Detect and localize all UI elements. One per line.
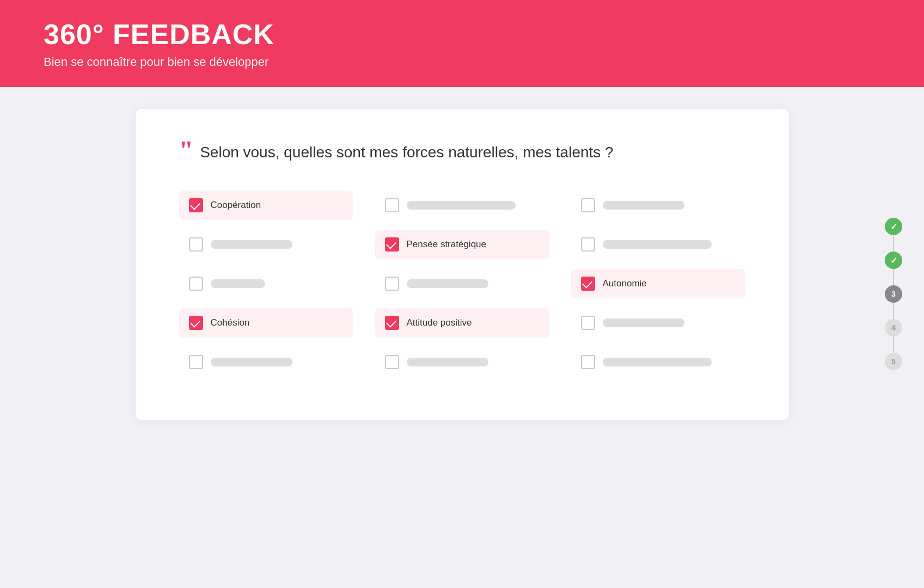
placeholder-bar-13: [211, 358, 292, 366]
step-3-dot[interactable]: 3: [885, 285, 902, 303]
placeholder-bar-4: [211, 240, 292, 249]
option-cohesion[interactable]: Cohésion: [179, 308, 353, 338]
placeholder-bar-14: [407, 358, 488, 366]
checkbox-hidden-14[interactable]: [385, 355, 399, 369]
option-hidden-15[interactable]: [571, 347, 745, 377]
option-cooperation[interactable]: Coopération: [179, 191, 353, 220]
placeholder-bar-2: [407, 201, 516, 210]
checkbox-hidden-13[interactable]: [189, 355, 203, 369]
quote-icon: ": [179, 137, 194, 163]
checkbox-hidden-8[interactable]: [385, 277, 399, 291]
page-subtitle: Bien se connaître pour bien se développe…: [44, 55, 880, 69]
checkbox-hidden-15[interactable]: [581, 355, 595, 369]
option-hidden-12[interactable]: [571, 308, 745, 338]
checkbox-hidden-2[interactable]: [385, 198, 399, 212]
question-section: " Selon vous, quelles sont mes forces na…: [179, 142, 745, 163]
step-3-label: 3: [891, 290, 896, 298]
option-hidden-6[interactable]: [571, 230, 745, 259]
option-pensee-strategique[interactable]: Pensée stratégique: [375, 230, 549, 259]
header: 360° FEEDBACK Bien se connaître pour bie…: [0, 0, 924, 87]
option-attitude-positive[interactable]: Attitude positive: [375, 308, 549, 338]
placeholder-bar-8: [407, 279, 488, 288]
step-4-dot[interactable]: 4: [885, 319, 902, 336]
page-title: 360° FEEDBACK: [44, 18, 880, 51]
placeholder-bar-3: [603, 201, 684, 210]
options-grid: Coopération Pensée stratégique: [179, 191, 745, 377]
question-card: " Selon vous, quelles sont mes forces na…: [136, 109, 789, 420]
option-hidden-4[interactable]: [179, 230, 353, 259]
checkbox-autonomie[interactable]: [581, 277, 595, 291]
option-label-pensee: Pensée stratégique: [407, 239, 487, 250]
step-5-dot[interactable]: 5: [885, 353, 902, 370]
option-label-attitude: Attitude positive: [407, 317, 472, 328]
nav-line-2: [893, 269, 894, 285]
option-hidden-3[interactable]: [571, 191, 745, 220]
placeholder-bar-15: [603, 358, 712, 366]
checkbox-cooperation[interactable]: [189, 198, 203, 212]
step-5-label: 5: [891, 357, 896, 366]
step-2-dot[interactable]: ✓: [885, 252, 902, 269]
checkbox-hidden-12[interactable]: [581, 316, 595, 330]
placeholder-bar-12: [603, 318, 684, 327]
checkbox-cohesion[interactable]: [189, 316, 203, 330]
checkbox-hidden-3[interactable]: [581, 198, 595, 212]
option-hidden-13[interactable]: [179, 347, 353, 377]
checkbox-hidden-7[interactable]: [189, 277, 203, 291]
step-4-label: 4: [891, 323, 896, 332]
step-1-check-icon: ✓: [890, 222, 897, 232]
checkbox-pensee[interactable]: [385, 237, 399, 252]
placeholder-bar-6: [603, 240, 712, 249]
question-text: Selon vous, quelles sont mes forces natu…: [200, 142, 614, 163]
option-hidden-2[interactable]: [375, 191, 549, 220]
checkbox-hidden-4[interactable]: [189, 237, 203, 252]
nav-line-3: [893, 303, 894, 319]
option-hidden-14[interactable]: [375, 347, 549, 377]
step-2-check-icon: ✓: [890, 255, 897, 266]
checkbox-hidden-6[interactable]: [581, 237, 595, 252]
option-label-cohesion: Cohésion: [211, 317, 250, 328]
checkbox-attitude[interactable]: [385, 316, 399, 330]
option-hidden-7[interactable]: [179, 269, 353, 298]
option-label-autonomie: Autonomie: [603, 278, 647, 289]
nav-line-4: [893, 336, 894, 353]
main-content: " Selon vous, quelles sont mes forces na…: [0, 87, 924, 588]
option-label-cooperation: Coopération: [211, 200, 261, 211]
nav-line-1: [893, 235, 894, 252]
step-navigation: ✓ ✓ 3 4 5: [885, 218, 902, 370]
placeholder-bar-7: [211, 279, 265, 288]
option-hidden-8[interactable]: [375, 269, 549, 298]
option-autonomie[interactable]: Autonomie: [571, 269, 745, 298]
step-1-dot[interactable]: ✓: [885, 218, 902, 235]
